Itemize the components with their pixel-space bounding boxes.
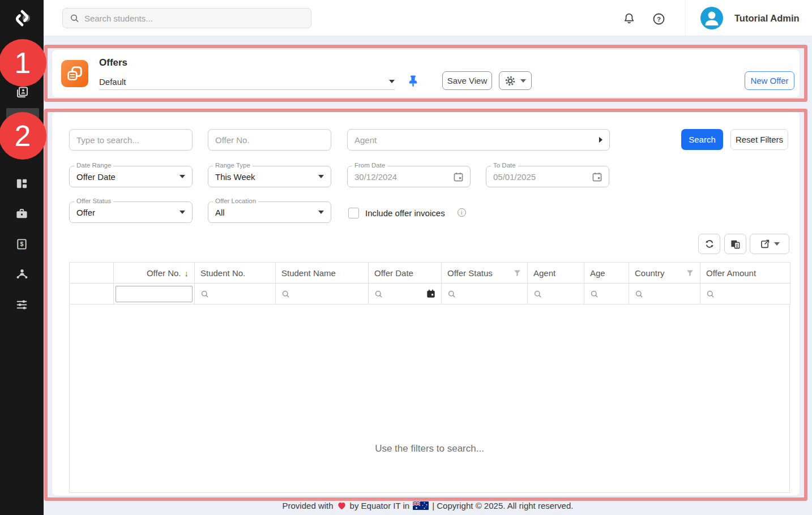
filter-cell-agent[interactable] bbox=[528, 284, 584, 304]
save-view-button[interactable]: Save View bbox=[442, 71, 492, 90]
empty-state-message: Use the filters to search... bbox=[375, 443, 484, 492]
search-button[interactable]: Search bbox=[681, 129, 723, 150]
view-settings-button[interactable] bbox=[499, 71, 532, 90]
search-icon bbox=[590, 290, 599, 298]
col-agent[interactable]: Agent bbox=[528, 263, 584, 284]
briefcase-icon bbox=[15, 207, 28, 220]
filter-cell-student-name[interactable] bbox=[276, 284, 369, 304]
agent-placeholder: Agent bbox=[354, 135, 377, 145]
range-type-select[interactable]: Range Type This Week bbox=[208, 166, 331, 187]
search-icon bbox=[706, 290, 715, 298]
chevron-down-icon bbox=[774, 242, 780, 246]
header-row: Offer No. ↓ Student No. Student Name Off… bbox=[70, 263, 790, 284]
offer-status-value: Offer bbox=[76, 208, 95, 217]
col-label: Country bbox=[635, 268, 665, 278]
search-icon bbox=[70, 13, 79, 23]
offers-filter-panel: Agent Search Reset Filters Date Range Of… bbox=[52, 112, 800, 496]
offer-location-value: All bbox=[215, 208, 225, 217]
filter-funnel-icon[interactable] bbox=[513, 269, 522, 277]
col-label: Age bbox=[590, 268, 605, 278]
filter-funnel-icon[interactable] bbox=[686, 269, 694, 277]
filter-cell-offer-status[interactable] bbox=[442, 284, 528, 304]
col-offer-no[interactable]: Offer No. ↓ bbox=[114, 263, 195, 284]
filter-cell-offer-no[interactable] bbox=[114, 284, 195, 304]
search-icon bbox=[635, 290, 643, 298]
sidebar-item-agents[interactable] bbox=[0, 261, 44, 286]
annotation-step-1: 1 bbox=[0, 39, 46, 87]
filter-row bbox=[70, 284, 790, 304]
date-range-label: Date Range bbox=[74, 162, 113, 169]
notifications-button[interactable] bbox=[621, 10, 638, 27]
col-country[interactable]: Country bbox=[629, 263, 700, 284]
offer-status-select[interactable]: Offer Status Offer bbox=[69, 201, 193, 223]
gear-icon bbox=[505, 75, 516, 87]
offer-location-select[interactable]: Offer Location All bbox=[208, 201, 331, 223]
offers-module-icon bbox=[61, 60, 88, 87]
filter-cell-age[interactable] bbox=[584, 284, 629, 304]
col-age[interactable]: Age bbox=[584, 263, 629, 284]
refresh-icon bbox=[704, 239, 715, 249]
svg-text:?: ? bbox=[656, 15, 660, 22]
search-icon bbox=[200, 290, 209, 298]
user-name[interactable]: Tutorial Admin bbox=[734, 0, 800, 36]
filter-cell-student-no[interactable] bbox=[195, 284, 276, 304]
type-to-search-input[interactable] bbox=[69, 129, 193, 151]
australia-flag-icon bbox=[413, 501, 429, 510]
bell-icon bbox=[623, 12, 635, 25]
col-student-name[interactable]: Student Name bbox=[276, 263, 369, 284]
pin-view-button[interactable] bbox=[405, 74, 420, 88]
col-label: Offer Date bbox=[374, 268, 413, 278]
heart-icon bbox=[337, 501, 347, 510]
export-button[interactable] bbox=[750, 234, 789, 254]
calendar-icon bbox=[592, 172, 602, 182]
agent-select[interactable]: Agent bbox=[347, 129, 610, 151]
chevron-down-icon bbox=[520, 79, 526, 83]
from-date-value: 30/12/2024 bbox=[354, 172, 397, 182]
sidebar-item-courses[interactable] bbox=[0, 201, 44, 226]
footer-by-text: by Equator IT in bbox=[350, 501, 410, 510]
col-label: Offer Status bbox=[447, 268, 493, 278]
chevron-down-icon bbox=[180, 175, 185, 178]
view-selector[interactable]: Default bbox=[99, 74, 395, 90]
annotation-step-2: 2 bbox=[0, 112, 46, 160]
sidebar-item-dashboard[interactable] bbox=[0, 171, 44, 196]
to-date-field[interactable]: To Date 05/01/2025 bbox=[486, 166, 609, 187]
to-date-value: 05/01/2025 bbox=[493, 172, 536, 182]
info-icon[interactable]: i bbox=[458, 208, 466, 217]
col-offer-status[interactable]: Offer Status bbox=[442, 263, 528, 284]
student-search[interactable] bbox=[62, 8, 311, 28]
filter-cell-offer-amount[interactable] bbox=[700, 284, 790, 304]
search-icon bbox=[533, 290, 542, 298]
topbar-divider bbox=[685, 0, 686, 36]
user-avatar[interactable] bbox=[700, 7, 723, 29]
student-contacts-icon bbox=[15, 85, 29, 99]
refresh-button[interactable] bbox=[698, 234, 720, 254]
footer: Provided with by Equator IT in | Copyrig… bbox=[44, 501, 812, 510]
col-offer-date[interactable]: Offer Date bbox=[369, 263, 442, 284]
filter-cell-country[interactable] bbox=[629, 284, 700, 304]
search-students-input[interactable] bbox=[84, 14, 304, 23]
chevron-down-icon bbox=[318, 175, 324, 178]
include-invoices-checkbox[interactable] bbox=[348, 208, 359, 218]
to-date-label: To Date bbox=[491, 162, 518, 169]
from-date-field[interactable]: From Date 30/12/2024 bbox=[347, 166, 471, 187]
help-button[interactable]: ? bbox=[650, 10, 667, 27]
column-chooser-button[interactable] bbox=[724, 234, 746, 254]
filter-cell-empty bbox=[70, 284, 114, 304]
date-range-select[interactable]: Date Range Offer Date bbox=[69, 166, 193, 187]
search-icon bbox=[281, 290, 290, 298]
sidebar-item-settings[interactable] bbox=[0, 292, 44, 317]
offer-no-input[interactable] bbox=[208, 129, 331, 151]
offer-location-label: Offer Location bbox=[213, 198, 258, 204]
reset-filters-button[interactable]: Reset Filters bbox=[730, 129, 788, 150]
footer-copyright-text: | Copyright © 2025. All right reserved. bbox=[432, 501, 573, 510]
range-type-value: This Week bbox=[215, 172, 255, 182]
filter-cell-offer-date[interactable] bbox=[369, 284, 442, 304]
col-student-no[interactable]: Student No. bbox=[195, 263, 276, 284]
col-offer-amount[interactable]: Offer Amount bbox=[700, 263, 790, 284]
calendar-icon[interactable] bbox=[426, 289, 435, 298]
new-offer-button[interactable]: New Offer bbox=[745, 71, 794, 90]
sidebar-item-invoices[interactable]: $ bbox=[0, 231, 44, 256]
app-logo[interactable] bbox=[0, 0, 44, 36]
view-selector-value: Default bbox=[99, 77, 126, 87]
